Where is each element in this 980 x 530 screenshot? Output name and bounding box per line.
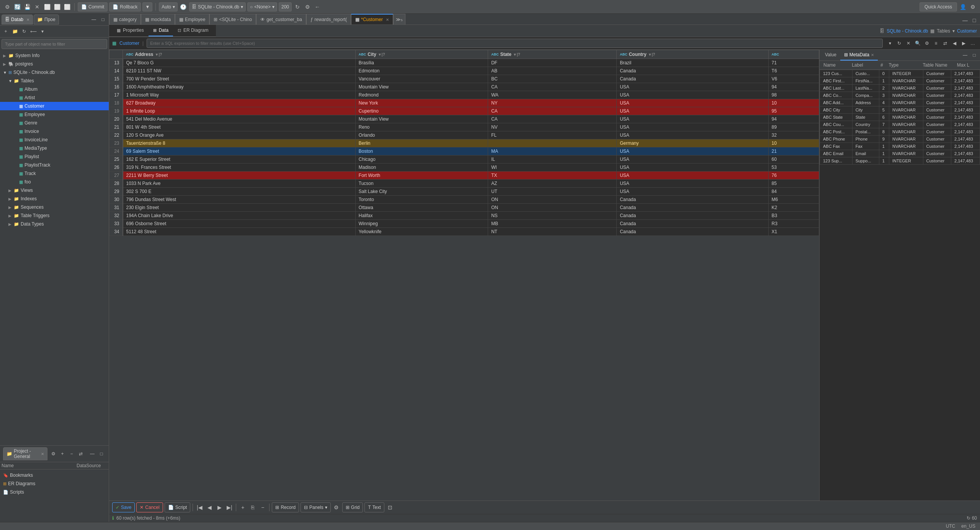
- tab-mockdata[interactable]: ▦ mockdata: [141, 14, 175, 25]
- cell-country[interactable]: USA: [617, 172, 768, 180]
- table-row[interactable]: 345112 48 StreetYellowknifeNTCanadaX1: [109, 228, 819, 236]
- tree-item-playlisttrack[interactable]: ▦ PlaylistTrack: [0, 161, 109, 169]
- toolbar-back-icon[interactable]: ←: [313, 3, 322, 11]
- project-maximize[interactable]: □: [97, 450, 106, 458]
- toolbar-user-icon[interactable]: 👤: [959, 3, 967, 11]
- cell-extra[interactable]: K2: [768, 204, 819, 212]
- cell-country[interactable]: USA: [617, 147, 768, 155]
- metadata-row[interactable]: ABC PhonePhone9NVARCHARCustomer2,147,483: [820, 136, 980, 143]
- table-row[interactable]: 281033 N Park AveTucsonAZUSA85: [109, 180, 819, 188]
- toolbar-settings2-icon[interactable]: ⚙: [969, 3, 977, 11]
- cell-address[interactable]: 627 Broadway: [123, 99, 356, 107]
- cell-extra[interactable]: 95: [768, 107, 819, 115]
- project-settings-btn[interactable]: ⚙: [49, 450, 57, 458]
- cell-address[interactable]: 162 E Superior Street: [123, 155, 356, 164]
- tree-item-sequences[interactable]: ▶ 📁 Sequences: [0, 203, 109, 211]
- table-row[interactable]: 22120 S Orange AveOrlandoFLUSA32: [109, 131, 819, 139]
- cell-country[interactable]: USA: [617, 115, 768, 123]
- filter-refresh-btn[interactable]: ↻: [895, 39, 903, 47]
- cell-extra[interactable]: 98: [768, 91, 819, 99]
- cancel-button[interactable]: ✕ Cancel: [136, 502, 163, 512]
- cell-city[interactable]: Chicago: [355, 155, 488, 164]
- cell-address[interactable]: 696 Osborne Street: [123, 220, 356, 228]
- cell-city[interactable]: Tucson: [355, 180, 488, 188]
- cell-city[interactable]: Madison: [355, 164, 488, 172]
- grid-button[interactable]: ⊞ Grid: [342, 502, 363, 512]
- metadata-row[interactable]: ABC Last...LastNa...2NVARCHARCustomer2,1…: [820, 85, 980, 92]
- filter-expand-btn[interactable]: ⇄: [941, 39, 949, 47]
- project-minus-btn[interactable]: −: [67, 450, 76, 458]
- cell-state[interactable]: IL: [488, 155, 617, 164]
- db-dropdown[interactable]: 🗄 SQLite - Chinook.db ▾: [189, 2, 246, 11]
- cell-address[interactable]: 541 Del Medio Avenue: [123, 115, 356, 123]
- table-row[interactable]: 148210 111 ST NWEdmontonABCanadaT6: [109, 67, 819, 75]
- cell-city[interactable]: New York: [355, 99, 488, 107]
- db-tab-close[interactable]: ✕: [26, 18, 29, 22]
- meta-minimize[interactable]: —: [961, 51, 969, 59]
- cell-country[interactable]: Canada: [617, 67, 768, 75]
- refresh-btn[interactable]: ↻: [20, 27, 28, 36]
- tree-item-system-info[interactable]: ▶ 📁 System Info: [0, 51, 109, 60]
- tab-rewards-report[interactable]: ƒ rewards_report(: [306, 14, 351, 25]
- cell-country[interactable]: USA: [617, 91, 768, 99]
- cell-state[interactable]: NS: [488, 212, 617, 220]
- table-row[interactable]: 272211 W Berry StreetFort WorthTXUSA76: [109, 172, 819, 180]
- table-row[interactable]: 30796 Dundas Street WestTorontoONCanadaM…: [109, 196, 819, 204]
- cell-city[interactable]: Orlando: [355, 131, 488, 139]
- cell-state[interactable]: MA: [488, 147, 617, 155]
- toolbar-icon-3[interactable]: 💾: [23, 3, 31, 11]
- cell-state[interactable]: WI: [488, 164, 617, 172]
- col-header-country[interactable]: ABC Country ▼|?: [617, 50, 768, 59]
- tree-item-indexes[interactable]: ▶ 📁 Indexes: [0, 195, 109, 203]
- cell-address[interactable]: 194A Chain Lake Drive: [123, 212, 356, 220]
- cell-country[interactable]: Brazil: [617, 59, 768, 67]
- tab-close-icon[interactable]: ✕: [386, 18, 389, 22]
- text-button[interactable]: T Text: [364, 502, 384, 512]
- cell-state[interactable]: NV: [488, 123, 617, 131]
- filter-icon[interactable]: ▼|?: [513, 52, 520, 57]
- cell-state[interactable]: MB: [488, 220, 617, 228]
- cell-address[interactable]: 5112 48 Street: [123, 228, 356, 236]
- cell-address[interactable]: 1600 Amphitheatre Parkway: [123, 83, 356, 91]
- tab-category[interactable]: ▦ category: [109, 14, 141, 25]
- cell-extra[interactable]: 94: [768, 83, 819, 91]
- cell-city[interactable]: Halifax: [355, 212, 488, 220]
- cell-address[interactable]: 319 N. Frances Street: [123, 164, 356, 172]
- toolbar-clock-icon[interactable]: 🕐: [179, 3, 188, 11]
- cell-country[interactable]: USA: [617, 123, 768, 131]
- cell-state[interactable]: CA: [488, 115, 617, 123]
- cell-address[interactable]: 801 W 4th Street: [123, 123, 356, 131]
- value-tab[interactable]: Value: [821, 50, 840, 61]
- cell-state[interactable]: CA: [488, 107, 617, 115]
- panels-button[interactable]: ⊟ Panels ▾: [301, 502, 331, 512]
- auto-dropdown[interactable]: Auto ▾: [159, 2, 178, 11]
- cell-address[interactable]: 796 Dundas Street West: [123, 196, 356, 204]
- collapse-btn[interactable]: ⟵: [29, 27, 38, 36]
- cell-extra[interactable]: T6: [768, 67, 819, 75]
- cell-city[interactable]: Edmonton: [355, 67, 488, 75]
- cell-state[interactable]: NT: [488, 228, 617, 236]
- sub-tab-er[interactable]: ⊡ ER Diagram: [173, 25, 213, 36]
- left-panel-maximize[interactable]: □: [99, 15, 107, 24]
- nav-first-btn[interactable]: |◀: [195, 503, 204, 512]
- add-connection-btn[interactable]: +: [2, 27, 10, 36]
- cell-extra[interactable]: M6: [768, 196, 819, 204]
- nav-prev-btn[interactable]: ◀: [205, 503, 214, 512]
- cell-city[interactable]: Toronto: [355, 196, 488, 204]
- cell-state[interactable]: DF: [488, 59, 617, 67]
- tree-item-mediatype[interactable]: ▦ MediaType: [0, 144, 109, 152]
- cell-city[interactable]: Ottawa: [355, 204, 488, 212]
- cell-country[interactable]: USA: [617, 180, 768, 188]
- toolbar-icon-2[interactable]: 🔄: [13, 3, 21, 11]
- cell-country[interactable]: USA: [617, 131, 768, 139]
- metadata-row[interactable]: ABC Co...Compa...3NVARCHARCustomer2,147,…: [820, 92, 980, 99]
- toolbar-refresh-icon[interactable]: ↻: [293, 3, 302, 11]
- metadata-row[interactable]: ABC StateState6NVARCHARCustomer2,147,483: [820, 114, 980, 121]
- project-item-bookmarks[interactable]: 🔖 Bookmarks: [2, 471, 107, 479]
- cell-state[interactable]: WA: [488, 91, 617, 99]
- object-filter-input[interactable]: [2, 39, 107, 49]
- breadcrumb-table[interactable]: Customer: [119, 41, 139, 46]
- cell-extra[interactable]: 76: [768, 172, 819, 180]
- cell-extra[interactable]: 10: [768, 99, 819, 107]
- metadata-row[interactable]: ABC FaxFax1NVARCHARCustomer2,147,483: [820, 143, 980, 150]
